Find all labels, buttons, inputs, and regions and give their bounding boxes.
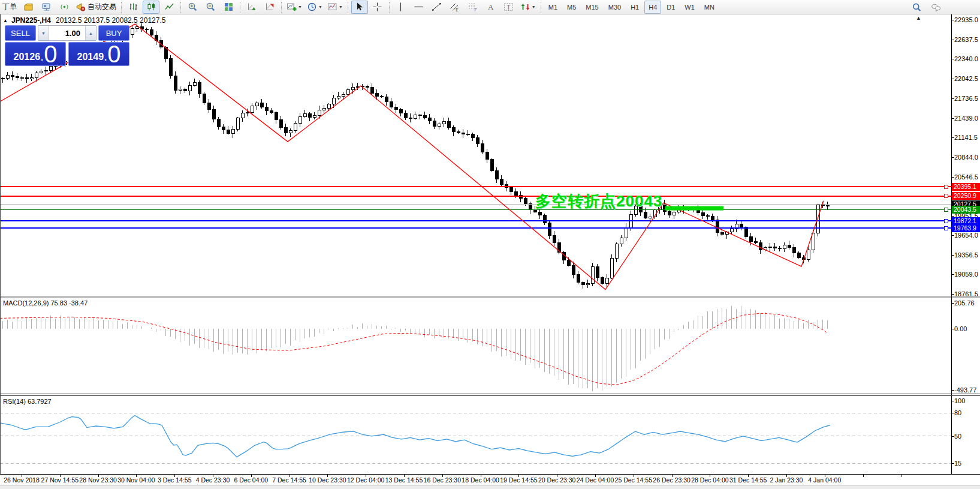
sell-button[interactable]: SELL <box>5 25 36 41</box>
timeframe-m15-button[interactable]: M15 <box>581 1 602 14</box>
svg-text:T: T <box>507 4 511 11</box>
volume-input[interactable]: 1.00 <box>49 26 85 40</box>
new-order-button[interactable]: 丁单 <box>1 1 19 14</box>
time-axis-label: 28 Dec 04:00 <box>691 476 728 484</box>
template-icon <box>327 2 337 12</box>
axis-label: 19059.0 <box>954 271 978 278</box>
axis-label: 22042.5 <box>954 75 978 82</box>
periods-button[interactable]: ▼ <box>305 1 324 14</box>
scroll-up-icon[interactable]: ▲ <box>916 15 921 21</box>
highlight-bar[interactable] <box>665 206 723 211</box>
dropdown-arrow-icon[interactable]: ▼ <box>532 5 536 9</box>
time-axis-label: 20 Dec 23:30 <box>538 476 575 484</box>
trendline-button[interactable] <box>429 1 445 14</box>
data-window-button[interactable] <box>38 1 55 14</box>
arrows-button[interactable]: ▼ <box>518 1 538 14</box>
sell-price-int: 20126 <box>14 52 41 62</box>
buy-price-dot: . <box>104 53 107 62</box>
zoom-out-button[interactable] <box>202 1 219 14</box>
axis-label: 22935.0 <box>954 16 978 23</box>
zoom-in-button[interactable] <box>184 1 201 14</box>
cursor-icon <box>354 2 364 12</box>
timeframe-m30-button[interactable]: M30 <box>604 1 625 14</box>
fibonacci-button[interactable]: F <box>465 1 481 14</box>
bar-chart-button[interactable] <box>125 1 141 14</box>
line-handles <box>944 185 948 230</box>
svg-text:A: A <box>488 2 494 11</box>
time-axis-label: 28 Nov 23:30 <box>79 476 116 484</box>
chart-annotation-text[interactable]: 多空转折点20043 <box>535 191 662 212</box>
price-tag: 20043.5 <box>952 206 980 214</box>
window-bottom-edge <box>0 485 980 489</box>
main-toolbar: 丁单自动交易▼▼▼EFAT▼M1M5M15M30H1H4D1W1MN <box>0 0 980 14</box>
chart-ohlc-values: 20132.5 20137.5 20082.5 20127.5 <box>56 16 166 25</box>
line-chart-button[interactable] <box>161 1 177 14</box>
text-button[interactable]: A <box>483 1 499 14</box>
chart-canvas[interactable] <box>0 0 980 489</box>
buy-button[interactable]: BUY <box>98 25 129 41</box>
sell-price-frac: 0 <box>44 45 57 64</box>
crosshair-button[interactable] <box>369 1 386 14</box>
time-axis-label: 3 Dec 14:55 <box>158 476 192 484</box>
timeframe-d1-button[interactable]: D1 <box>662 1 679 14</box>
candlestick-button[interactable] <box>143 1 159 14</box>
chart-symbol-period: JPN225-,H4 <box>11 16 51 25</box>
one-click-trading-panel: SELL ▼ 1.00 ▲ BUY 20126.0 20149.0 <box>5 25 129 66</box>
buy-price-int: 20149 <box>77 52 104 62</box>
autotrading-button[interactable]: 自动交易 <box>74 1 118 14</box>
label-button[interactable]: T <box>500 1 517 14</box>
textA-icon: A <box>486 2 496 12</box>
auto-scroll-button[interactable] <box>243 1 260 14</box>
time-axis-label: 10 Dec 23:30 <box>309 476 346 484</box>
sell-price-dot: . <box>41 53 43 62</box>
volume-stepper: ▼ 1.00 ▲ <box>38 25 97 41</box>
arrows-icon <box>520 2 530 12</box>
time-axis-label: 16 Dec 23:30 <box>424 476 461 484</box>
new-chart-button[interactable]: ▼ <box>285 1 304 14</box>
collapse-panel-icon[interactable]: ▲ <box>3 18 8 23</box>
buy-price-frac: 0 <box>107 45 120 64</box>
tile-windows-button[interactable] <box>220 1 237 14</box>
chat-button[interactable] <box>927 1 944 14</box>
time-axis-label: 26 Dec 23:30 <box>653 476 690 484</box>
time-axis-label: 24 Dec 04:00 <box>577 476 614 484</box>
axis-label: 22340.0 <box>954 55 978 62</box>
megaphone-icon <box>76 2 86 12</box>
cursor-button[interactable] <box>351 1 368 14</box>
volume-down-button[interactable]: ▼ <box>38 26 49 40</box>
hline-icon <box>414 2 424 12</box>
dropdown-arrow-icon[interactable]: ▼ <box>318 5 322 9</box>
dropdown-arrow-icon[interactable]: ▼ <box>298 5 302 9</box>
rsi-indicator-label: RSI(14) 63.7927 <box>3 398 52 405</box>
svg-text:F: F <box>475 8 477 12</box>
mt4-window: 丁单自动交易▼▼▼EFAT▼M1M5M15M30H1H4D1W1MN ▲ JPN… <box>0 0 980 489</box>
buy-price-button[interactable]: 20149.0 <box>68 42 129 66</box>
templates-button[interactable]: ▼ <box>325 1 345 14</box>
price-tag: 20395.1 <box>952 183 980 191</box>
toolbar-separator <box>541 2 541 13</box>
chart-shift-button[interactable] <box>261 1 278 14</box>
horizontal-line-button[interactable] <box>411 1 427 14</box>
navigator-button[interactable] <box>56 1 73 14</box>
sell-price-button[interactable]: 20126.0 <box>5 42 66 66</box>
timeframe-w1-button[interactable]: W1 <box>680 1 699 14</box>
timeframe-mn-button[interactable]: MN <box>700 1 719 14</box>
search-button[interactable] <box>908 1 925 14</box>
candles-icon <box>146 2 156 12</box>
channel-button[interactable]: E <box>447 1 463 14</box>
vertical-line-button[interactable] <box>393 1 409 14</box>
timeframe-h4-button[interactable]: H4 <box>644 1 661 14</box>
volume-up-button[interactable]: ▲ <box>85 26 96 40</box>
labelT-icon: T <box>503 2 514 12</box>
toolbar-separator <box>121 2 122 13</box>
axis-label: 21439.0 <box>954 115 978 122</box>
market-watch-button[interactable] <box>20 1 37 14</box>
dropdown-arrow-icon[interactable]: ▼ <box>339 5 343 9</box>
timeframe-m5-button[interactable]: M5 <box>563 1 580 14</box>
macd-pane-series <box>0 306 828 392</box>
trendline-icon <box>432 2 442 12</box>
timeframe-h1-button[interactable]: H1 <box>626 1 643 14</box>
axis-label: 19356.5 <box>954 251 978 259</box>
timeframe-m1-button[interactable]: M1 <box>544 1 562 14</box>
horizontal-level-lines[interactable] <box>0 187 951 228</box>
